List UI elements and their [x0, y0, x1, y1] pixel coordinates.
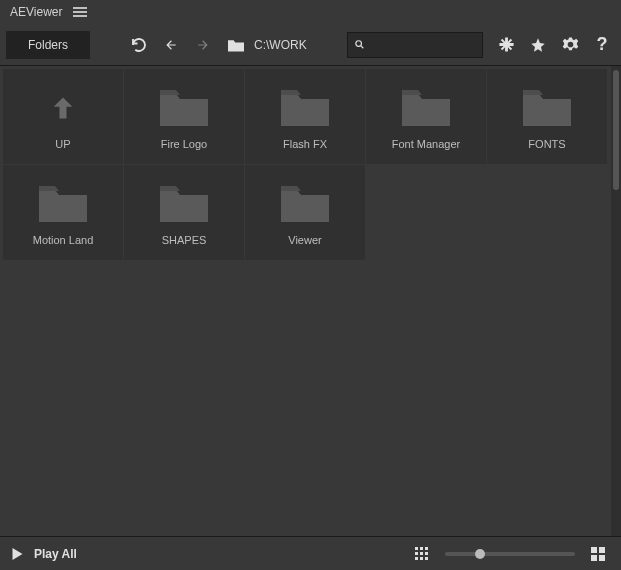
folder-icon	[279, 184, 331, 224]
folder-icon	[158, 88, 210, 128]
plugin-icon[interactable]	[493, 32, 519, 58]
search-input[interactable]	[371, 38, 476, 52]
svg-rect-13	[591, 555, 597, 561]
scrollbar[interactable]	[611, 66, 621, 536]
item-label: SHAPES	[162, 234, 207, 250]
title-bar: AEViewer	[0, 0, 621, 24]
item-label: Flash FX	[283, 138, 327, 154]
folder-icon	[158, 184, 210, 224]
folder-item[interactable]: Flash FX	[245, 69, 365, 164]
svg-rect-9	[420, 557, 423, 560]
item-grid: UP Fire Logo Flash FX Font Manager FONTS…	[0, 66, 610, 536]
footer: Play All	[0, 536, 621, 570]
item-label: Viewer	[288, 234, 321, 250]
folder-path-icon[interactable]	[226, 32, 246, 58]
current-path[interactable]: C:\WORK	[254, 38, 307, 52]
settings-icon[interactable]	[557, 32, 583, 58]
toolbar: Folders C:\WORK ?	[0, 24, 621, 66]
svg-line-1	[361, 46, 364, 49]
folder-item[interactable]: Motion Land	[3, 165, 123, 260]
folder-item[interactable]: Fire Logo	[124, 69, 244, 164]
favorites-icon[interactable]	[525, 32, 551, 58]
play-icon[interactable]	[10, 541, 24, 567]
up-item[interactable]: UP	[3, 69, 123, 164]
search-box[interactable]	[347, 32, 483, 58]
help-icon[interactable]: ?	[589, 32, 615, 58]
folder-icon	[521, 88, 573, 128]
item-label: Motion Land	[33, 234, 94, 250]
svg-rect-2	[415, 547, 418, 550]
item-label: UP	[55, 138, 70, 154]
up-arrow-icon	[49, 88, 77, 128]
svg-rect-5	[415, 552, 418, 555]
folder-icon	[279, 88, 331, 128]
svg-rect-3	[420, 547, 423, 550]
svg-rect-11	[591, 547, 597, 553]
app-title: AEViewer	[10, 5, 62, 19]
svg-rect-12	[599, 547, 605, 553]
item-label: FONTS	[528, 138, 565, 154]
svg-rect-14	[599, 555, 605, 561]
folder-icon	[37, 184, 89, 224]
folder-item[interactable]: FONTS	[487, 69, 607, 164]
refresh-icon[interactable]	[126, 32, 152, 58]
folder-icon	[400, 88, 452, 128]
folders-button[interactable]: Folders	[6, 31, 90, 59]
folder-item[interactable]: Viewer	[245, 165, 365, 260]
svg-point-0	[356, 41, 362, 47]
svg-rect-6	[420, 552, 423, 555]
item-label: Font Manager	[392, 138, 460, 154]
folder-item[interactable]: SHAPES	[124, 165, 244, 260]
back-icon[interactable]	[158, 32, 184, 58]
forward-icon[interactable]	[190, 32, 216, 58]
svg-rect-7	[425, 552, 428, 555]
zoom-slider[interactable]	[445, 552, 575, 556]
svg-rect-10	[425, 557, 428, 560]
content-area: UP Fire Logo Flash FX Font Manager FONTS…	[0, 66, 621, 536]
folder-item[interactable]: Font Manager	[366, 69, 486, 164]
search-icon	[354, 38, 365, 51]
item-label: Fire Logo	[161, 138, 207, 154]
svg-rect-8	[415, 557, 418, 560]
path-group: C:\WORK	[226, 32, 307, 58]
zoom-slider-thumb[interactable]	[475, 549, 485, 559]
scrollbar-thumb[interactable]	[613, 70, 619, 190]
grid-small-icon[interactable]	[409, 541, 435, 567]
grid-large-icon[interactable]	[585, 541, 611, 567]
play-all-label[interactable]: Play All	[34, 547, 77, 561]
svg-rect-4	[425, 547, 428, 550]
menu-icon[interactable]	[72, 4, 88, 20]
